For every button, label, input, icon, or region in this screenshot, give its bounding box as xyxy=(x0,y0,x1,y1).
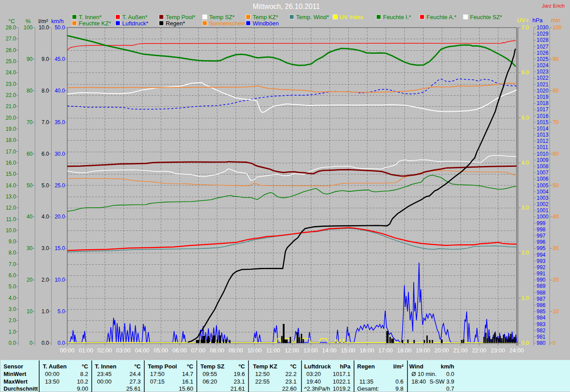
svg-text:8.0: 8.0 xyxy=(8,250,16,256)
svg-text:MaxWert: MaxWert xyxy=(4,378,28,385)
svg-text:996: 996 xyxy=(537,239,546,245)
svg-text:6.0: 6.0 xyxy=(8,272,16,279)
svg-text:80: 80 xyxy=(27,88,33,94)
svg-text:7.0: 7.0 xyxy=(8,261,16,267)
svg-text:0.7: 0.7 xyxy=(446,385,454,392)
svg-text:°C: °C xyxy=(187,363,193,370)
svg-text:T. Innen: T. Innen xyxy=(95,363,116,370)
svg-text:981: 981 xyxy=(537,334,546,340)
svg-text:24.4: 24.4 xyxy=(130,371,141,377)
svg-text:01:00: 01:00 xyxy=(79,347,94,354)
svg-text:0.0: 0.0 xyxy=(41,340,49,346)
svg-text:06:20: 06:20 xyxy=(203,378,217,385)
svg-text:9.8: 9.8 xyxy=(395,385,403,392)
svg-text:1016: 1016 xyxy=(537,113,549,119)
svg-text:5.0: 5.0 xyxy=(521,115,529,121)
svg-text:7.0: 7.0 xyxy=(41,119,49,125)
svg-text:09:55: 09:55 xyxy=(203,371,217,377)
svg-text:100: 100 xyxy=(24,24,33,31)
svg-text:16.1: 16.1 xyxy=(182,378,193,385)
svg-text:10.0: 10.0 xyxy=(39,24,49,31)
svg-text:0: 0 xyxy=(553,340,556,346)
svg-text:Temp Pool*: Temp Pool* xyxy=(166,14,195,20)
svg-text:km/h: km/h xyxy=(441,363,454,370)
svg-text:16.0: 16.0 xyxy=(6,160,16,166)
svg-text:Ø 10 min.: Ø 10 min. xyxy=(411,371,436,377)
svg-text:6.0: 6.0 xyxy=(41,151,49,157)
svg-text:100: 100 xyxy=(553,24,562,31)
svg-text:17.0: 17.0 xyxy=(6,149,16,155)
svg-text:60: 60 xyxy=(553,151,559,157)
svg-text:9.00: 9.00 xyxy=(77,385,88,392)
svg-text:18.0: 18.0 xyxy=(6,137,16,143)
svg-text:1022.1: 1022.1 xyxy=(333,378,350,385)
svg-text:02:00: 02:00 xyxy=(98,347,112,354)
svg-text:%: % xyxy=(25,18,31,24)
svg-text:25.61: 25.61 xyxy=(126,385,141,392)
svg-text:7.0: 7.0 xyxy=(521,24,529,31)
svg-text:°C: °C xyxy=(81,363,88,370)
svg-text:994: 994 xyxy=(537,252,546,258)
svg-text:23.1: 23.1 xyxy=(285,378,297,385)
svg-text:985: 985 xyxy=(537,308,546,315)
svg-text:19.0: 19.0 xyxy=(6,126,16,132)
svg-text:3.0: 3.0 xyxy=(8,306,16,312)
svg-text:989: 989 xyxy=(537,283,546,289)
svg-text:0: 0 xyxy=(29,340,33,346)
svg-text:1010: 1010 xyxy=(537,151,549,157)
svg-text:983: 983 xyxy=(537,321,546,327)
svg-text:1.0: 1.0 xyxy=(521,295,529,301)
svg-text:50.0: 50.0 xyxy=(55,24,65,31)
svg-text:40: 40 xyxy=(27,214,33,220)
svg-text:22.2: 22.2 xyxy=(285,371,297,377)
svg-text:Temp SZ*: Temp SZ* xyxy=(209,14,235,20)
svg-text:986: 986 xyxy=(537,302,546,308)
svg-text:19.6: 19.6 xyxy=(234,371,245,377)
svg-text:09:00: 09:00 xyxy=(228,347,243,354)
svg-text:10.0: 10.0 xyxy=(6,227,16,234)
svg-text:25.0: 25.0 xyxy=(55,182,65,189)
svg-text:12:00: 12:00 xyxy=(285,347,299,354)
svg-text:min: min xyxy=(551,17,561,24)
svg-text:5.0: 5.0 xyxy=(57,308,65,315)
svg-text:10.2: 10.2 xyxy=(77,378,88,385)
svg-text:5.0: 5.0 xyxy=(8,283,16,290)
svg-text:0.0: 0.0 xyxy=(8,340,16,346)
svg-text:40: 40 xyxy=(553,214,559,220)
svg-text:1029: 1029 xyxy=(537,31,549,37)
svg-text:997: 997 xyxy=(537,233,546,239)
svg-text:07:00: 07:00 xyxy=(191,347,206,354)
svg-text:°C: °C xyxy=(290,363,297,370)
svg-text:Windböen: Windböen xyxy=(252,20,279,27)
svg-text:1024: 1024 xyxy=(537,62,549,69)
svg-text:25.0: 25.0 xyxy=(6,58,16,65)
svg-text:984: 984 xyxy=(537,315,546,321)
svg-text:°C: °C xyxy=(8,18,15,24)
svg-text:993: 993 xyxy=(537,258,546,264)
svg-text:2.0: 2.0 xyxy=(41,277,49,283)
svg-text:1011: 1011 xyxy=(537,144,548,150)
svg-text:hPa: hPa xyxy=(532,17,543,24)
svg-text:23.0: 23.0 xyxy=(6,81,16,87)
svg-text:80: 80 xyxy=(553,88,559,94)
svg-text:1019.2: 1019.2 xyxy=(333,385,350,392)
svg-text:0.0: 0.0 xyxy=(57,340,65,346)
svg-text:1030: 1030 xyxy=(537,24,549,31)
svg-text:988: 988 xyxy=(537,290,546,296)
svg-text:00:00: 00:00 xyxy=(60,347,75,354)
svg-text:1002: 1002 xyxy=(537,201,549,207)
svg-text:Feuchte A.*: Feuchte A.* xyxy=(427,14,456,20)
svg-text:30: 30 xyxy=(27,245,33,251)
svg-text:21.0: 21.0 xyxy=(6,103,16,109)
svg-text:990: 990 xyxy=(537,277,546,283)
svg-text:4.0: 4.0 xyxy=(41,214,49,220)
svg-text:1025: 1025 xyxy=(537,56,549,62)
svg-text:hPa: hPa xyxy=(340,363,351,370)
svg-text:8.2: 8.2 xyxy=(80,371,88,377)
svg-text:10.0: 10.0 xyxy=(55,277,65,283)
svg-text:1027: 1027 xyxy=(537,44,549,50)
svg-text:0.0: 0.0 xyxy=(521,340,529,346)
svg-text:Temp KZ: Temp KZ xyxy=(253,363,277,370)
svg-text:16:00: 16:00 xyxy=(359,347,374,354)
svg-text:15.0: 15.0 xyxy=(55,245,65,251)
